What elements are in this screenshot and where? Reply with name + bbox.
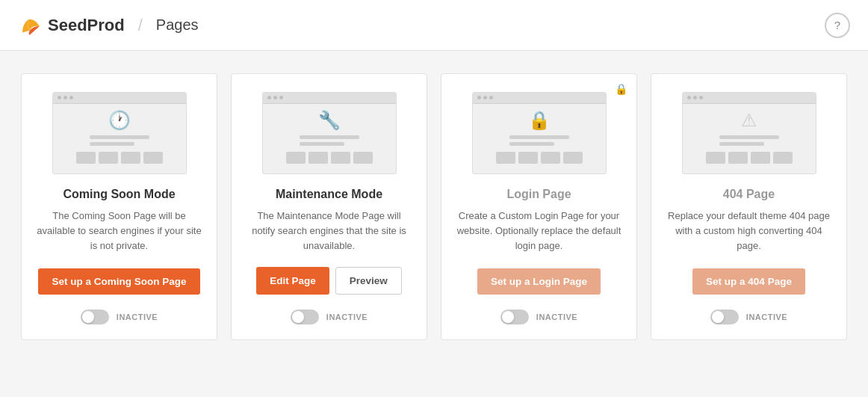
header: SeedProd / Pages ? [0,0,868,51]
card-footer: INACTIVE [291,310,368,324]
toggle-status-label: INACTIVE [326,313,368,321]
thumb-lines [719,135,779,146]
thumb-dots [687,96,703,99]
card-maintenance: 🔧 Maintenance Mode The Maintenance Mode … [231,73,427,340]
cards-grid: 🕐 Coming Soon Mode The Coming Soon Page … [21,73,847,340]
thumb-dot-1 [267,96,271,99]
thumb-line-1 [90,135,149,139]
thumb-dots [58,96,73,99]
card-thumbnail: ⚠ [682,92,816,174]
thumb-blocks [706,152,793,164]
card-description: The Coming Soon Page will be available t… [37,209,202,255]
header-divider: / [138,16,143,35]
thumb-block-2 [99,152,118,164]
card-title: Maintenance Mode [276,188,382,201]
card-footer: INACTIVE [81,310,158,324]
thumb-clock-icon: 🕐 [108,110,131,131]
toggle-status-label: INACTIVE [536,313,577,321]
seedprod-logo-icon [18,13,42,37]
thumb-dots [267,96,283,99]
primary-action-button: Set up a Login Page [477,268,601,295]
card-title: Coming Soon Mode [63,188,175,201]
thumb-block-3 [541,152,560,164]
card-footer: INACTIVE [500,310,577,324]
card-actions: Edit Page Preview [256,267,402,295]
header-left: SeedProd / Pages [18,13,199,37]
thumb-lines [90,135,149,146]
thumb-block-2 [728,152,748,164]
card-thumbnail: 🔒 [472,92,607,174]
logo-text: SeedProd [48,16,125,35]
thumb-block-3 [751,152,770,164]
thumb-lock-icon: 🔒 [528,110,551,131]
thumb-block-3 [331,152,350,164]
thumb-dot-2 [63,96,67,99]
thumb-dot-2 [273,96,277,99]
toggle-switch[interactable] [291,310,319,324]
thumb-block-4 [143,152,163,164]
thumb-inner: 🕐 [76,110,163,164]
thumb-line-2 [300,142,344,146]
thumb-wrench-icon: 🔧 [318,110,341,131]
card-title: Login Page [506,188,571,201]
thumb-block-4 [773,152,793,164]
card-description: Create a Custom Login Page for your webs… [456,209,621,255]
thumb-block-2 [518,152,538,164]
card-title: 404 Page [723,188,775,201]
card-description: The Maintenance Mode Page will notify se… [247,209,412,253]
thumb-block-4 [353,152,373,164]
thumb-block-1 [286,152,306,164]
toggle-switch[interactable] [710,310,739,324]
thumb-inner: 🔒 [496,110,583,164]
card-actions: Set up a 404 Page [692,268,805,295]
preview-button[interactable]: Preview [335,267,402,295]
thumb-blocks [76,152,163,164]
thumb-block-3 [121,152,140,164]
thumb-dot-1 [58,96,61,99]
card-actions: Set up a Login Page [477,268,601,295]
thumb-inner: ⚠ [706,110,793,164]
card-login: 🔒 🔒 Login Page [441,73,637,340]
thumb-line-2 [509,142,554,146]
toggle-switch[interactable] [81,310,109,324]
thumb-blocks [286,152,373,164]
thumb-block-4 [563,152,583,164]
help-button[interactable]: ? [825,13,850,38]
thumb-dot-3 [699,96,703,99]
thumb-line-2 [90,142,134,146]
thumb-dot-3 [69,96,73,99]
card-description: Replace your default theme 404 page with… [666,209,831,255]
thumb-lines [300,135,359,146]
toggle-switch[interactable] [500,310,529,324]
thumb-dot-1 [477,96,481,99]
thumb-dot-2 [483,96,487,99]
thumb-line-2 [719,142,764,146]
thumb-block-1 [76,152,96,164]
thumb-dot-3 [489,96,493,99]
thumb-block-2 [309,152,328,164]
thumb-dots [477,96,493,99]
primary-action-button: Set up a 404 Page [692,268,805,295]
thumb-block-1 [706,152,725,164]
card-thumbnail: 🔧 [262,92,397,174]
card-coming-soon: 🕐 Coming Soon Mode The Coming Soon Page … [21,73,217,340]
toggle-status-label: INACTIVE [746,313,787,321]
thumb-line-1 [719,135,779,139]
page-title: Pages [156,16,199,34]
main-content: 🕐 Coming Soon Mode The Coming Soon Page … [0,51,868,363]
card-actions: Set up a Coming Soon Page [38,268,199,295]
thumb-dot-2 [693,96,697,99]
primary-action-button[interactable]: Set up a Coming Soon Page [38,268,199,295]
thumb-dot-1 [687,96,691,99]
thumb-block-1 [496,152,515,164]
card-404: ⚠ 404 Page Replace your default theme 40… [651,73,847,340]
thumb-lines [509,135,569,146]
thumb-dot-3 [279,96,283,99]
lock-badge: 🔒 [615,83,627,95]
thumb-line-1 [509,135,569,139]
thumb-line-1 [300,135,359,139]
logo: SeedProd [18,13,125,37]
card-footer: INACTIVE [710,310,787,324]
card-thumbnail: 🕐 [52,92,187,174]
primary-action-button[interactable]: Edit Page [256,267,329,295]
